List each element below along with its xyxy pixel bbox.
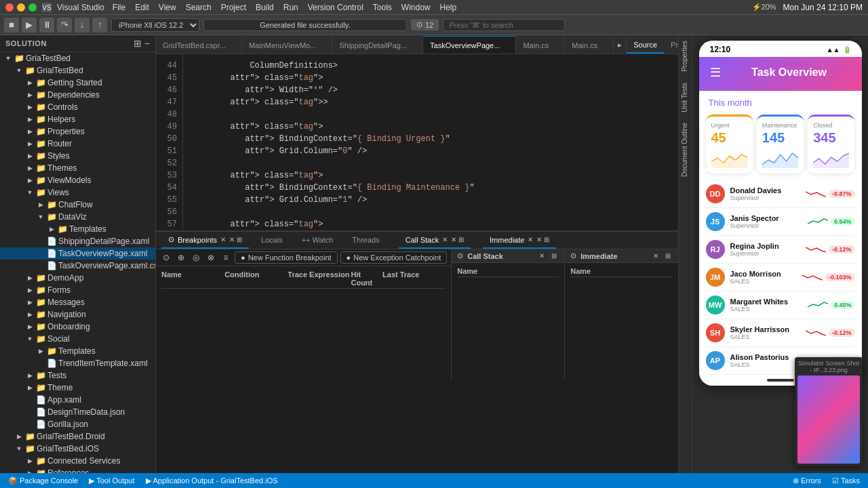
sidebar-item-taskoverview-cs[interactable]: ▶ 📄 TaskOverviewPage.xaml.cs (0, 260, 155, 272)
tab-close-icon[interactable]: ✕ (442, 236, 448, 243)
sidebar-item-griatestbed[interactable]: ▼ 📁 GriaTestBed (0, 52, 155, 64)
sidebar-item-getting-started[interactable]: ▶ 📁 Getting Started (0, 77, 155, 89)
tasks-btn[interactable]: ☑ Tasks (832, 476, 860, 485)
sidebar-item-references[interactable]: ▶ 📁 References (0, 467, 155, 473)
sidebar-expand-btn[interactable]: ⊞ (134, 38, 142, 49)
sidebar-item-tests[interactable]: ▶ 📁 Tests (0, 369, 155, 382)
person-list-item[interactable]: DDDonald DaviesSupervisor-0.87% (706, 180, 855, 208)
menu-run[interactable]: Run (283, 3, 298, 12)
tool-output-btn[interactable]: ▶ Tool Output (89, 476, 134, 485)
minimize-button[interactable] (17, 3, 25, 12)
tab-mainmenu[interactable]: MainMenuViewMo... ✕ (242, 36, 332, 54)
person-list-item[interactable]: JMJaco MorrisonSALES-0.103% (706, 264, 855, 291)
menu-window[interactable]: Window (401, 3, 431, 12)
sidebar-item-dataviz[interactable]: ▼ 📁 DataViz (0, 211, 155, 223)
sidebar-item-grialtestbed[interactable]: ▼ 📁 GrialTestBed (0, 64, 155, 77)
package-console-btn[interactable]: 📦 Package Console (8, 476, 78, 485)
sidebar-item-navigation[interactable]: ▶ 📁 Navigation (0, 308, 155, 321)
tab-maincs1[interactable]: Main.cs ✕ (516, 36, 565, 54)
person-list-item[interactable]: SHSkyler HarrissonSALES-0.12% (706, 319, 855, 347)
tab-source[interactable]: Source (627, 37, 664, 54)
sidebar-item-messages[interactable]: ▶ 📁 Messages (0, 296, 155, 308)
sidebar-item-shippingdetail[interactable]: ▶ 📄 ShippingDetailPage.xaml (0, 235, 155, 247)
sidebar-item-social-templates[interactable]: ▶ 📁 Templates (0, 345, 155, 357)
menu-tools[interactable]: Tools (373, 3, 392, 12)
device-selector[interactable]: iPhone Xll iOS 12.2 (111, 18, 199, 32)
tab-maincs2[interactable]: Main.cs ✕ (565, 36, 614, 54)
tab-breakpoints[interactable]: ⊙ Breakpoints ✕ ✕ ⊞ (161, 232, 249, 249)
menu-project[interactable]: Project (221, 3, 246, 12)
maximize-button[interactable] (28, 3, 37, 12)
sidebar-item-designtime[interactable]: ▶ 📄 DesignTimeData.json (0, 406, 155, 418)
step-over-button[interactable]: ↷ (57, 18, 72, 33)
sidebar-item-theme[interactable]: ▶ 📁 Theme (0, 382, 155, 394)
tab-gridtestbed[interactable]: GridTestBed.cspr... ✕ (156, 36, 242, 54)
immediate-close-btn[interactable]: ✕ (651, 251, 660, 260)
sidebar-item-social[interactable]: ▼ 📁 Social (0, 333, 155, 345)
bp-enable-btn[interactable]: ⊙ (160, 251, 172, 264)
sidebar-item-helpers[interactable]: ▶ 📁 Helpers (0, 113, 155, 125)
tab-taskoverview[interactable]: TaskOverviewPage... ✕ (423, 36, 516, 54)
sidebar-item-ios[interactable]: ▼ 📁 GrialTestBed.iOS (0, 443, 155, 455)
bp-remove-btn[interactable]: ◎ (190, 251, 202, 264)
tab-call-stack[interactable]: Call Stack ✕ ✕ ⊞ (399, 232, 471, 249)
tab-locals[interactable]: Locals (254, 232, 290, 249)
tab-more-button[interactable]: ▸ (614, 36, 626, 54)
scheme-button[interactable]: ⊙ 12 (411, 19, 439, 30)
menu-help[interactable]: Help (440, 3, 457, 12)
sidebar-item-router[interactable]: ▶ 📁 Router (0, 138, 155, 150)
step-out-button[interactable]: ↑ (92, 18, 107, 33)
call-stack-close-btn[interactable]: ✕ (537, 251, 547, 260)
person-list-item[interactable]: MWMargaret WhitesSALES0.45% (706, 291, 855, 319)
unit-tests-tab[interactable]: Unit Tests (679, 77, 692, 118)
search-input[interactable] (443, 19, 565, 31)
tab-close-icon[interactable]: ✕ (220, 236, 226, 243)
code-content[interactable]: ColumnDefinitions> attr"> class="tag"> a… (183, 54, 678, 230)
sidebar-item-themes[interactable]: ▶ 📁 Themes (0, 162, 155, 174)
person-list-item[interactable]: JSJanis SpectorSupervisor0.54% (706, 208, 855, 236)
app-output-btn[interactable]: ▶ Application Output - GrialTestBed.iOS (146, 476, 278, 485)
menu-search[interactable]: Search (186, 3, 212, 12)
menu-version-control[interactable]: Version Control (308, 3, 363, 12)
sidebar-item-properties[interactable]: ▶ 📁 Properties (0, 125, 155, 138)
bp-list-btn[interactable]: ≡ (220, 251, 232, 264)
sidebar-item-views[interactable]: ▼ 📁 Views (0, 186, 155, 199)
tab-preview[interactable]: Preview (664, 37, 678, 54)
immediate-expand-btn[interactable]: ⊞ (663, 251, 673, 260)
sidebar-item-appxaml[interactable]: ▶ 📄 App.xaml (0, 394, 155, 406)
hamburger-icon[interactable]: ☰ (710, 65, 721, 80)
sidebar-item-controls[interactable]: ▶ 📁 Controls (0, 101, 155, 113)
sidebar-item-dependencies[interactable]: ▶ 📁 Dependencies (0, 89, 155, 101)
close-button[interactable] (5, 3, 14, 12)
tab-close-icon[interactable]: ✕ (528, 236, 533, 243)
call-stack-expand-btn[interactable]: ⊞ (549, 251, 559, 260)
document-outline-tab[interactable]: Document Outline (679, 117, 692, 182)
sidebar-item-trenditem[interactable]: ▶ 📄 TrendItemTemplate.xaml (0, 357, 155, 369)
sidebar-collapse-btn[interactable]: − (144, 38, 150, 49)
tab-threads[interactable]: Threads (345, 232, 386, 249)
errors-btn[interactable]: ⊗ Errors (793, 476, 821, 485)
sidebar-item-chatflow[interactable]: ▶ 📁 ChatFlow (0, 199, 155, 211)
sidebar-item-demoapp[interactable]: ▶ 📁 DemoApp (0, 272, 155, 284)
step-into-button[interactable]: ↓ (75, 18, 90, 33)
tab-watch[interactable]: ++ Watch (295, 232, 340, 249)
new-exception-cp-btn[interactable]: ● New Exception Catchpoint (340, 251, 448, 264)
sidebar-item-templates[interactable]: ▶ 📁 Templates (0, 223, 155, 235)
person-list-item[interactable]: RJRegina JoplinSupervisor-0.12% (706, 236, 855, 264)
bp-clear-btn[interactable]: ⊗ (205, 251, 217, 264)
sidebar-item-taskoverview[interactable]: ▶ 📄 TaskOverviewPage.xaml (0, 247, 155, 260)
stop-button[interactable]: ■ (4, 18, 19, 33)
sidebar-item-droid[interactable]: ▶ 📁 GrialTestBed.Droid (0, 430, 155, 443)
play-button[interactable]: ▶ (22, 18, 37, 33)
new-function-bp-btn[interactable]: ● New Function Breakpoint (235, 251, 338, 264)
bp-add-btn[interactable]: ⊕ (175, 251, 187, 264)
sidebar-item-connected-services[interactable]: ▶ 📁 Connected Services (0, 455, 155, 467)
sidebar-item-viewmodels[interactable]: ▶ 📁 ViewModels (0, 174, 155, 186)
menu-build[interactable]: Build (256, 3, 274, 12)
sidebar-item-gorilla[interactable]: ▶ 📄 Gorilla.json (0, 418, 155, 430)
sidebar-item-styles[interactable]: ▶ 📁 Styles (0, 150, 155, 162)
sidebar-item-forms[interactable]: ▶ 📁 Forms (0, 284, 155, 296)
menu-edit[interactable]: Edit (135, 3, 149, 12)
code-editor[interactable]: 4445464748495051525354555657585960616263… (156, 54, 678, 230)
tab-immediate[interactable]: Immediate ✕ ✕ ⊞ (483, 232, 556, 249)
